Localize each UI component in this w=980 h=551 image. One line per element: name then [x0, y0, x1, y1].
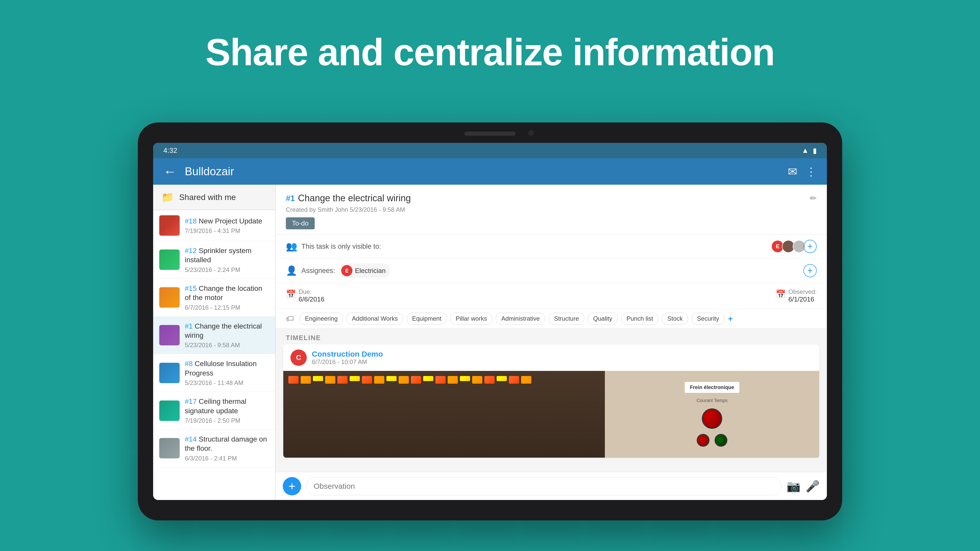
- list-item-date: 7/19/2016 - 2:50 PM: [185, 417, 269, 424]
- list-item-info: #8 Cellulose Insulation Progress 5/23/20…: [185, 359, 269, 386]
- back-button[interactable]: ←: [163, 164, 177, 179]
- tag-administrative[interactable]: Administrative: [496, 313, 545, 324]
- list-item-info: #15 Change the location of the motor 6/7…: [185, 284, 269, 311]
- timeline-card-header: C Construction Demo 6/7/2016 - 10:07 AM: [283, 345, 819, 371]
- camera-icon[interactable]: 📷: [787, 480, 800, 493]
- list-item-info: #14 Structural damage on the floor. 6/3/…: [185, 435, 269, 462]
- elec-component: [350, 376, 360, 381]
- mic-icon[interactable]: 🎤: [806, 480, 820, 493]
- tag-engineering[interactable]: Engineering: [300, 313, 343, 324]
- status-bar: 4:32 ▲ ▮: [153, 143, 827, 158]
- main-content: 📁 Shared with me #18 New Project Update …: [153, 185, 827, 500]
- tag-security[interactable]: Security: [692, 313, 724, 324]
- detail-created: Created by Smith John 5/23/2016 - 9:58 A…: [286, 206, 817, 213]
- battery-icon: ▮: [813, 146, 817, 155]
- edit-icon[interactable]: ✏: [810, 193, 817, 203]
- list-item-title: #18 New Project Update: [185, 217, 269, 226]
- visibility-text: This task is only visible to:: [301, 243, 771, 251]
- tag-punch-list[interactable]: Punch list: [621, 313, 659, 324]
- list-item[interactable]: #8 Cellulose Insulation Progress 5/23/20…: [153, 354, 275, 392]
- observation-input[interactable]: [306, 477, 781, 495]
- list-thumb: [159, 400, 180, 421]
- sidebar-header-text: Shared with me: [179, 192, 236, 202]
- due-date-value: 6/6/2016: [299, 295, 325, 303]
- add-assignee-button[interactable]: +: [803, 264, 817, 277]
- elec-component: [301, 376, 311, 384]
- avatar-group: E: [771, 240, 803, 253]
- elec-component: [387, 376, 396, 381]
- list-item-active[interactable]: #1 Change the electrical wiring 5/23/201…: [153, 317, 275, 354]
- app-bar-actions: ✉ ⋮: [788, 165, 817, 178]
- status-badge[interactable]: To-do: [286, 218, 315, 229]
- elec-component: [496, 376, 507, 381]
- list-item-title: #12 Sprinkler system installed: [185, 246, 269, 265]
- list-item-title: #17 Ceiling thermal signature update: [185, 397, 269, 416]
- elec-component: [472, 376, 482, 384]
- tag-more-button[interactable]: +: [728, 314, 733, 324]
- tag-quality[interactable]: Quality: [588, 313, 617, 324]
- list-item-date: 6/7/2016 - 12:15 PM: [185, 304, 269, 311]
- visibility-icon: 👥: [286, 241, 298, 252]
- elec-component: [374, 376, 384, 384]
- list-item[interactable]: #18 New Project Update 7/19/2016 - 4:31 …: [153, 210, 275, 241]
- chip-avatar: E: [341, 265, 352, 276]
- detail-header: #1 Change the electrical wiring ✏ Create…: [275, 185, 827, 235]
- item-number: #18: [185, 217, 197, 225]
- item-number: #1: [185, 322, 192, 330]
- timeline-info: Construction Demo 6/7/2016 - 10:07 AM: [312, 350, 812, 365]
- list-item-date: 5/23/2016 - 9:58 AM: [185, 341, 269, 349]
- tablet-camera: [528, 130, 534, 136]
- detail-number: #1: [286, 194, 295, 203]
- detail-title: Change the electrical wiring: [298, 193, 806, 203]
- detail-title-row: #1 Change the electrical wiring ✏: [286, 193, 817, 203]
- tag-additional-works[interactable]: Additional Works: [347, 313, 403, 324]
- sidebar: 📁 Shared with me #18 New Project Update …: [153, 185, 275, 500]
- list-item-date: 6/3/2016 - 2:41 PM: [185, 455, 269, 462]
- timeline-image: Frein électronique Courant Temps: [283, 371, 819, 457]
- email-icon[interactable]: ✉: [788, 165, 797, 178]
- list-item[interactable]: #17 Ceiling thermal signature update 7/1…: [153, 392, 275, 430]
- due-label: Due:: [299, 288, 325, 295]
- elec-knob-small: [714, 434, 727, 447]
- status-time: 4:32: [163, 146, 177, 155]
- more-options-icon[interactable]: ⋮: [805, 165, 817, 178]
- list-thumb: [159, 215, 180, 236]
- list-item[interactable]: #15 Change the location of the motor 6/7…: [153, 279, 275, 317]
- list-thumb: [159, 287, 180, 308]
- sidebar-header: 📁 Shared with me: [153, 185, 275, 210]
- assignees-label: Assignees:: [301, 267, 335, 275]
- item-number: #8: [185, 360, 192, 368]
- dates-row: 📅 Due: 6/6/2016 📅 Observed: 6/1/2016: [275, 283, 827, 309]
- elec-component: [325, 376, 335, 384]
- list-item[interactable]: #12 Sprinkler system installed 5/23/2016…: [153, 241, 275, 279]
- app-bar: ← Bulldozair ✉ ⋮: [153, 158, 827, 185]
- electrical-board: Frein électronique Courant Temps: [283, 371, 819, 457]
- list-item-info: #18 New Project Update 7/19/2016 - 4:31 …: [185, 217, 269, 234]
- assignees-row: 👤 Assignees: E Electrician +: [275, 259, 827, 283]
- elec-component: [399, 376, 409, 384]
- due-date-item: 📅 Due: 6/6/2016: [286, 288, 325, 303]
- detail-panel: #1 Change the electrical wiring ✏ Create…: [275, 185, 827, 500]
- elec-component: [313, 376, 323, 381]
- list-item[interactable]: #14 Structural damage on the floor. 6/3/…: [153, 430, 275, 467]
- input-add-button[interactable]: +: [283, 477, 301, 495]
- item-number: #12: [185, 247, 197, 254]
- timeline-avatar: C: [290, 349, 307, 366]
- timeline-card: C Construction Demo 6/7/2016 - 10:07 AM: [283, 345, 819, 457]
- tablet-screen: 4:32 ▲ ▮ ← Bulldozair ✉ ⋮ 📁 Shared with …: [153, 143, 827, 500]
- list-thumb: [159, 438, 180, 458]
- elec-component: [460, 376, 470, 381]
- item-number: #15: [185, 284, 197, 292]
- chip-name: Electrician: [355, 267, 386, 275]
- list-item-info: #17 Ceiling thermal signature update 7/1…: [185, 397, 269, 424]
- tag-structure[interactable]: Structure: [549, 313, 584, 324]
- elec-component: [484, 376, 495, 384]
- list-thumb: [159, 249, 180, 270]
- assignee-chip: E Electrician: [339, 264, 390, 278]
- tag-equipment[interactable]: Equipment: [407, 313, 447, 324]
- add-visibility-button[interactable]: +: [803, 240, 817, 253]
- elec-component: [509, 376, 519, 384]
- tag-pillar-works[interactable]: Pillar works: [450, 313, 493, 324]
- tag-stock[interactable]: Stock: [662, 313, 688, 324]
- tablet-device: 4:32 ▲ ▮ ← Bulldozair ✉ ⋮ 📁 Shared with …: [138, 122, 842, 520]
